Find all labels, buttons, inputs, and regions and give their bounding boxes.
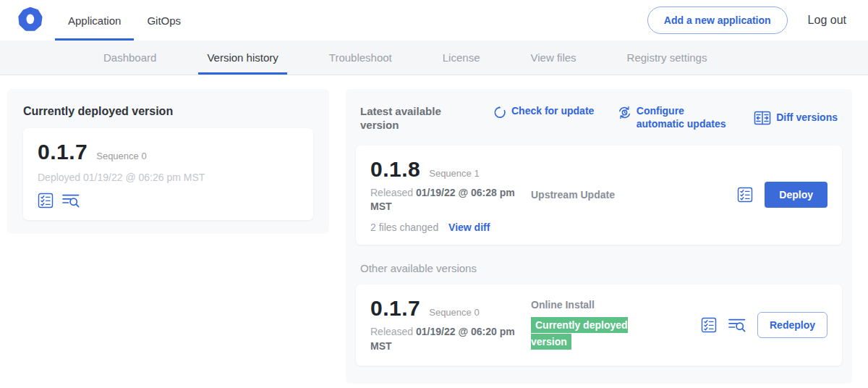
add-application-button[interactable]: Add a new application	[647, 7, 788, 34]
deploy-button[interactable]: Deploy	[765, 182, 827, 208]
configure-automatic-updates-button[interactable]: Configure automatic updates	[618, 105, 731, 130]
currently-deployed-panel: Currently deployed version 0.1.7 Sequenc…	[7, 89, 329, 234]
subnav-tab-version-history[interactable]: Version history	[198, 41, 286, 75]
currently-deployed-title: Currently deployed version	[23, 105, 313, 118]
other-view-logs-icon[interactable]	[728, 317, 746, 333]
app-subnav: Dashboard Version history Troubleshoot L…	[0, 41, 868, 75]
configure-automatic-updates-label: Configure automatic updates	[637, 105, 731, 130]
latest-available-title: Latest available version	[360, 105, 461, 132]
available-versions-panel: Latest available version Check for updat…	[346, 89, 852, 384]
redeploy-button[interactable]: Redeploy	[757, 312, 827, 338]
main-content: Currently deployed version 0.1.7 Sequenc…	[0, 75, 868, 384]
latest-source-label: Upstream Update	[524, 189, 737, 201]
other-version-number: 0.1.7	[370, 296, 420, 321]
tab-application[interactable]: Application	[55, 0, 134, 41]
other-release-notes-icon[interactable]	[701, 317, 717, 333]
check-for-update-button[interactable]: Check for update	[493, 105, 594, 130]
subnav-tab-troubleshoot[interactable]: Troubleshoot	[320, 41, 401, 75]
header-tabs: Application GitOps	[55, 0, 194, 41]
latest-sequence: Sequence 1	[429, 168, 479, 179]
released-label: Released	[370, 187, 413, 198]
released-label: Released	[370, 326, 413, 337]
view-logs-icon[interactable]	[62, 193, 80, 208]
diff-versions-label: Diff versions	[776, 111, 838, 125]
deployed-sequence: Sequence 0	[96, 151, 146, 161]
subnav-tab-registry-settings[interactable]: Registry settings	[618, 41, 716, 75]
latest-release-notes-icon[interactable]	[737, 187, 753, 203]
other-version-card: 0.1.7 Sequence 0 Released 01/19/22 @ 06:…	[356, 284, 842, 366]
other-released-timestamp: Released 01/19/22 @ 06:20 pm MST	[370, 325, 515, 353]
latest-version-number: 0.1.8	[370, 157, 420, 182]
view-diff-link[interactable]: View diff	[448, 222, 490, 233]
subnav-tab-dashboard[interactable]: Dashboard	[95, 41, 165, 75]
files-changed-text: 2 files changed	[370, 222, 438, 233]
app-logo[interactable]	[16, 6, 45, 35]
deployed-version-number: 0.1.7	[38, 140, 88, 164]
currently-deployed-badge: Currently deployed version	[531, 317, 628, 350]
other-available-versions-title: Other available versions	[360, 262, 838, 274]
subnav-tab-license[interactable]: License	[434, 41, 489, 75]
available-actions: Check for update Configure automatic upd…	[493, 105, 838, 130]
latest-released-timestamp: Released 01/19/22 @ 06:28 pm MST	[370, 186, 515, 214]
deployed-timestamp: Deployed 01/19/22 @ 06:26 pm MST	[38, 172, 299, 183]
other-source-label: Online Install	[531, 299, 701, 311]
logout-link[interactable]: Log out	[808, 14, 846, 27]
refresh-icon	[493, 106, 506, 119]
diff-versions-button[interactable]: Diff versions	[754, 105, 838, 130]
other-sequence: Sequence 0	[429, 307, 479, 318]
available-header: Latest available version Check for updat…	[356, 99, 842, 146]
latest-version-card: 0.1.8 Sequence 1 Released 01/19/22 @ 06:…	[356, 146, 842, 245]
subnav-tab-view-files[interactable]: View files	[522, 41, 584, 75]
check-for-update-label: Check for update	[511, 105, 594, 118]
tab-gitops[interactable]: GitOps	[134, 0, 194, 41]
header-right: Add a new application Log out	[647, 7, 868, 34]
app-logo-icon	[16, 6, 45, 35]
top-header: Application GitOps Add a new application…	[0, 0, 868, 41]
auto-update-icon	[618, 106, 631, 119]
release-notes-icon[interactable]	[38, 193, 54, 208]
deployed-version-card: 0.1.7 Sequence 0 Deployed 01/19/22 @ 06:…	[23, 128, 313, 220]
diff-icon	[754, 111, 771, 125]
